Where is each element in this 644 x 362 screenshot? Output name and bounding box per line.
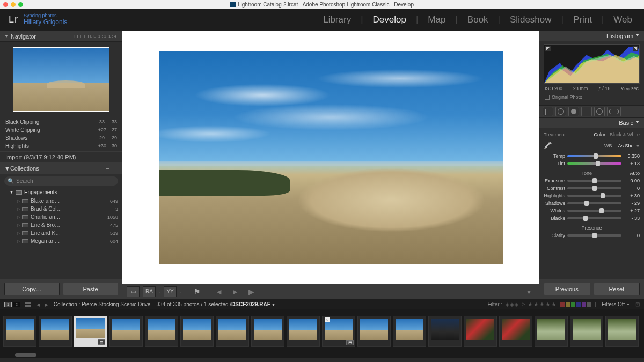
treatment-color[interactable]: Color	[594, 132, 605, 137]
nav-zoom-fit[interactable]: FIT	[73, 34, 84, 39]
filmstrip-thumb[interactable]	[180, 316, 214, 347]
collection-item[interactable]: ▷Blake and…649	[0, 197, 122, 205]
disclosure-triangle-icon[interactable]: ▼	[10, 190, 13, 194]
color-label-filter[interactable]	[560, 302, 591, 307]
slider-whites[interactable]: Whites+ 27	[544, 207, 640, 215]
filmstrip-back-icon[interactable]: ◄	[35, 301, 41, 308]
history-step[interactable]: White Clipping+2727	[0, 126, 122, 134]
filmstrip-thumb[interactable]	[216, 316, 249, 347]
filmstrip-thumb[interactable]	[428, 316, 462, 347]
disclosure-triangle-icon[interactable]: ▼	[635, 120, 640, 126]
reset-button[interactable]: Reset	[594, 283, 640, 295]
filmstrip-scrollbar[interactable]	[0, 353, 644, 358]
collections-header[interactable]: ▼ Collections – +	[0, 162, 122, 174]
maximize-window-icon[interactable]	[18, 2, 23, 7]
spot-removal-tool-icon[interactable]	[555, 107, 566, 116]
histogram[interactable]: ◤ ◥	[544, 44, 640, 84]
secondary-display-toggle[interactable]: 12	[4, 302, 20, 307]
filmstrip-thumb[interactable]	[535, 316, 568, 347]
rating-filter[interactable]: ≥ ★★★★★	[522, 301, 557, 308]
slider-exposure[interactable]: Exposure0.00	[544, 177, 640, 184]
module-map[interactable]: Map	[425, 14, 449, 25]
disclosure-triangle-icon[interactable]: ▼	[4, 34, 9, 39]
collection-item[interactable]: ▷Eric & Bro…475	[0, 221, 122, 229]
checkbox-icon[interactable]	[545, 95, 550, 100]
filmstrip-thumb[interactable]: ⬒2	[322, 316, 355, 347]
prev-photo-icon[interactable]: ◄	[213, 286, 225, 297]
collections-search[interactable]: 🔍 Search	[4, 176, 118, 186]
history-step[interactable]: Highlights+3030	[0, 142, 122, 150]
filmstrip-thumb[interactable]	[605, 316, 639, 347]
redeye-tool-icon[interactable]	[568, 107, 579, 116]
collections-plus-icon[interactable]: +	[113, 165, 118, 172]
nav-zoom-1:4[interactable]: 1:4	[108, 34, 118, 39]
identity-plate[interactable]: Hillary Grigonis	[24, 19, 67, 26]
radial-filter-icon[interactable]	[594, 107, 605, 116]
module-web[interactable]: Web	[610, 14, 635, 25]
module-print[interactable]: Print	[570, 14, 595, 25]
loupe-view-icon[interactable]: ▭	[127, 286, 140, 297]
treatment-bw[interactable]: Black & White	[610, 132, 640, 137]
toolbar-options-icon[interactable]: ▾	[522, 286, 535, 297]
play-slideshow-icon[interactable]: ▶	[245, 286, 258, 297]
flag-icon[interactable]: ⚑	[191, 286, 203, 297]
wb-preset-dropdown[interactable]: As Shot▼	[618, 143, 640, 149]
adjustment-brush-icon[interactable]	[607, 107, 621, 116]
module-library[interactable]: Library	[320, 14, 354, 25]
paste-button[interactable]: Paste	[63, 283, 118, 295]
module-book[interactable]: Book	[464, 14, 492, 25]
disclosure-triangle-icon[interactable]: ▼	[4, 165, 10, 172]
close-window-icon[interactable]	[3, 2, 8, 7]
slider-tint[interactable]: Tint+ 13	[544, 160, 640, 167]
slider-contrast[interactable]: Contrast0	[544, 184, 640, 192]
slider-temp[interactable]: Temp5,350	[544, 152, 640, 160]
copy-button[interactable]: Copy…	[4, 283, 60, 295]
history-step[interactable]: Shadows-29-29	[0, 134, 122, 142]
module-slideshow[interactable]: Slideshow	[507, 14, 555, 25]
shadow-clipping-icon[interactable]: ◤	[545, 46, 551, 51]
collections-minus-icon[interactable]: –	[106, 165, 111, 172]
collection-item[interactable]: ▷Charlie an…1058	[0, 213, 122, 221]
module-develop[interactable]: Develop	[370, 14, 409, 25]
filmstrip-thumb[interactable]	[357, 316, 391, 347]
wb-eyedropper-icon[interactable]	[544, 142, 552, 150]
original-photo-toggle[interactable]: Original Photo	[544, 93, 640, 103]
before-after-ra-button[interactable]: RA	[143, 286, 156, 297]
filmstrip-thumb[interactable]	[251, 316, 284, 347]
slider-clarity[interactable]: Clarity0	[544, 232, 640, 239]
flag-filter-icon[interactable]: ◈◈◈	[506, 301, 518, 307]
histogram-header[interactable]: Histogram ▼	[539, 31, 644, 41]
slider-shadows[interactable]: Shadows- 29	[544, 200, 640, 207]
nav-zoom-fill[interactable]: FILL	[84, 34, 98, 39]
before-after-yy-button[interactable]: YY	[164, 286, 177, 297]
collection-item[interactable]: ▷Brad & Col…3	[0, 205, 122, 213]
graduated-filter-icon[interactable]	[581, 107, 592, 116]
filmstrip-thumb[interactable]	[3, 316, 36, 347]
highlight-clipping-icon[interactable]: ◥	[633, 46, 638, 51]
collection-set[interactable]: ▼ Engagements	[0, 188, 122, 197]
history-step[interactable]: Black Clipping-33-33	[0, 118, 122, 126]
navigator-preview[interactable]	[13, 47, 109, 112]
filmstrip-thumb[interactable]	[570, 316, 603, 347]
collection-item[interactable]: ▷Megan an…604	[0, 237, 122, 245]
minimize-window-icon[interactable]	[11, 2, 16, 7]
filmstrip-thumb[interactable]	[39, 316, 72, 347]
filmstrip-source[interactable]: Collection : Pierce Stocking Scenic Driv…	[54, 301, 275, 307]
nav-zoom-1:1[interactable]: 1:1	[98, 34, 108, 39]
navigator-header[interactable]: ▼ Navigator FITFILL1:11:4	[0, 31, 122, 42]
filter-lock-icon[interactable]: ⊡	[635, 301, 640, 307]
filters-off-dropdown[interactable]: Filters Off▼	[599, 301, 632, 307]
crop-tool-icon[interactable]	[543, 107, 553, 116]
filmstrip-thumb[interactable]	[393, 316, 426, 347]
filmstrip-thumb[interactable]	[499, 316, 532, 347]
canvas-area[interactable]	[122, 31, 539, 284]
history-import-step[interactable]: Import (9/3/17 9:12:40 PM)	[0, 151, 122, 162]
grid-view-icon[interactable]	[25, 302, 31, 307]
basic-panel-header[interactable]: Basic ▼	[539, 118, 644, 128]
previous-button[interactable]: Previous	[544, 283, 590, 295]
filmstrip-thumb[interactable]	[145, 316, 178, 347]
slider-blacks[interactable]: Blacks- 33	[544, 215, 640, 222]
filmstrip[interactable]: ⬒⬒2	[0, 309, 644, 353]
next-photo-icon[interactable]: ►	[229, 286, 241, 297]
auto-tone-button[interactable]: Auto	[630, 171, 640, 176]
